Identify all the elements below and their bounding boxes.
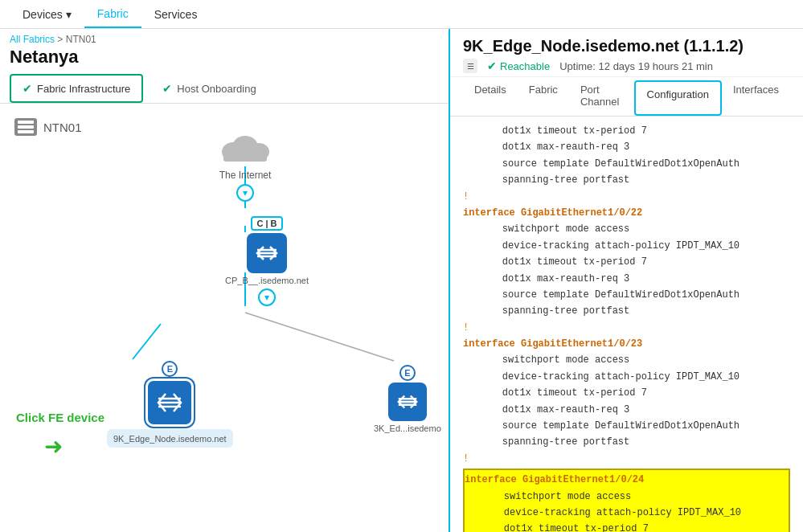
click-fe-arrow: ➜ xyxy=(44,433,63,460)
config-line: dot1x timeout tx-period 7 xyxy=(463,385,790,401)
cloud-label: The Internet xyxy=(219,170,272,181)
small-edge-node[interactable]: E 3K_Ed...isedemo xyxy=(374,365,441,433)
tab-details-label: Details xyxy=(474,84,506,96)
nav-services[interactable]: Services xyxy=(141,2,211,27)
small-edge-badge: E xyxy=(399,365,416,381)
config-line: dot1x timeout tx-period 7 xyxy=(463,123,790,139)
edge-main-label: 9K_Edge_Node.isedemo.net xyxy=(113,434,227,444)
cloud-node: The Internet ▾ xyxy=(217,128,273,202)
config-line-highlighted: dot1x timeout tx-period 7 xyxy=(465,521,789,532)
config-line: device-tracking attach-policy IPDT_MAX_1… xyxy=(463,369,790,385)
config-line: device-tracking attach-policy IPDT_MAX_1… xyxy=(463,238,790,254)
config-line: spanning-tree portfast xyxy=(463,434,790,450)
svg-line-3 xyxy=(133,324,161,359)
main-edge-node[interactable]: E 9K_Edge_Node.isedemo.net xyxy=(107,361,233,448)
breadcrumb: All Fabrics > NTN01 xyxy=(0,29,449,47)
breadcrumb-current: NTN01 xyxy=(66,34,96,45)
svg-rect-6 xyxy=(18,125,34,129)
uptime-label: Uptime: 12 days 19 hours 21 min xyxy=(559,60,713,72)
check-icon: ✔ xyxy=(23,82,32,95)
cloud-expand-button[interactable]: ▾ xyxy=(236,184,254,202)
config-line: ! xyxy=(463,320,790,336)
sub-tab-bar: ✔ Fabric Infrastructure ✔ Host Onboardin… xyxy=(0,74,449,104)
edge-device-icon xyxy=(145,379,194,427)
tab-configuration-label: Configuration xyxy=(647,88,709,100)
nav-fabric-label: Fabric xyxy=(97,7,129,20)
small-edge-device-icon xyxy=(388,383,427,421)
reachable-icon: ✔ xyxy=(487,59,497,72)
config-line: dot1x timeout tx-period 7 xyxy=(463,254,790,270)
config-line: source template DefaultWiredDot1xOpenAut… xyxy=(463,156,790,172)
device-meta-icon: ☰ xyxy=(463,59,477,73)
config-line: interface GigabitEthernet1/0/22 xyxy=(463,205,790,221)
main-content: All Fabrics > NTN01 Netanya ✔ Fabric Inf… xyxy=(0,29,803,532)
cpb-label: CP_B__.isedemo.net xyxy=(225,276,309,285)
fabric-icon xyxy=(14,118,37,136)
tab-port-channel-label: Port Channel xyxy=(580,84,619,108)
left-panel: All Fabrics > NTN01 Netanya ✔ Fabric Inf… xyxy=(0,29,450,532)
config-line: ! xyxy=(463,189,790,205)
config-line: source template DefaultWiredDot1xOpenAut… xyxy=(463,418,790,434)
tab-interfaces[interactable]: Interfaces xyxy=(722,77,790,116)
top-navigation: Devices ▾ Fabric Services xyxy=(0,0,803,29)
tab-fabric[interactable]: Fabric xyxy=(518,77,569,116)
tab-fabric-label: Fabric xyxy=(529,84,558,96)
svg-rect-5 xyxy=(18,121,34,124)
edge-node-label-bg: 9K_Edge_Node.isedemo.net xyxy=(107,429,233,448)
svg-line-4 xyxy=(245,313,394,361)
tab-port-channel[interactable]: Port Channel xyxy=(569,77,634,116)
config-line: switchport mode access xyxy=(463,352,790,368)
fabric-label: NTN01 xyxy=(14,118,82,136)
config-line: dot1x max-reauth-req 3 xyxy=(463,139,790,155)
svg-rect-11 xyxy=(223,150,267,162)
config-content: dot1x timeout tx-period 7 dot1x max-reau… xyxy=(450,117,803,532)
tab-fabric-infrastructure[interactable]: ✔ Fabric Infrastructure xyxy=(10,74,143,103)
reachable-badge: ✔ Reachable xyxy=(487,59,550,72)
chevron-down-icon: ▾ xyxy=(66,8,72,21)
nav-devices-label: Devices xyxy=(23,8,63,21)
config-line-highlighted: device-tracking attach-policy IPDT_MAX_1… xyxy=(465,505,789,521)
config-line: spanning-tree portfast xyxy=(463,303,790,319)
cpb-expand-button[interactable]: ▾ xyxy=(258,289,276,306)
config-line: ! xyxy=(463,451,790,467)
topology-canvas: NTN01 The Internet ▾ C | B xyxy=(0,104,449,532)
nav-services-label: Services xyxy=(154,8,198,21)
tab-host-onboarding[interactable]: ✔ Host Onboarding xyxy=(150,74,268,103)
nav-fabric[interactable]: Fabric xyxy=(84,1,141,28)
right-header: 9K_Edge_Node.isedemo.net (1.1.1.2) ☰ ✔ R… xyxy=(450,29,803,77)
nav-devices[interactable]: Devices ▾ xyxy=(10,2,84,27)
config-line: source template DefaultWiredDot1xOpenAut… xyxy=(463,287,790,303)
fabric-title: Netanya xyxy=(0,47,449,74)
tab-interfaces-label: Interfaces xyxy=(733,84,779,96)
tab-host-onboarding-label: Host Onboarding xyxy=(177,83,256,95)
cpb-node[interactable]: C | B CP_B__.isedemo.net ▾ xyxy=(225,216,309,306)
tab-configuration[interactable]: Configuration xyxy=(634,80,722,116)
small-edge-label: 3K_Ed...isedemo xyxy=(374,424,441,433)
check-icon-2: ✔ xyxy=(162,82,172,95)
config-line: spanning-tree portfast xyxy=(463,172,790,188)
fabric-name-label: NTN01 xyxy=(43,121,82,134)
right-panel: 9K_Edge_Node.isedemo.net (1.1.1.2) ☰ ✔ R… xyxy=(450,29,803,532)
breadcrumb-separator: > xyxy=(57,34,63,45)
config-line: interface GigabitEthernet1/0/23 xyxy=(463,336,790,352)
cpb-device-icon xyxy=(247,233,287,273)
config-line-highlighted: interface GigabitEthernet1/0/24 xyxy=(465,472,789,488)
config-line: switchport mode access xyxy=(463,221,790,237)
config-line: dot1x max-reauth-req 3 xyxy=(463,402,790,418)
breadcrumb-all-fabrics[interactable]: All Fabrics xyxy=(10,34,55,45)
cloud-icon xyxy=(217,128,273,168)
edge-badge: E xyxy=(162,361,178,377)
config-line: dot1x max-reauth-req 3 xyxy=(463,271,790,287)
svg-rect-7 xyxy=(18,130,34,133)
cpb-badge: C | B xyxy=(251,216,282,231)
device-title: 9K_Edge_Node.isedemo.net (1.1.1.2) xyxy=(463,37,790,55)
tab-details[interactable]: Details xyxy=(463,77,518,116)
reachable-label: Reachable xyxy=(500,60,550,72)
click-fe-label: Click FE device xyxy=(16,411,104,424)
tab-fabric-infrastructure-label: Fabric Infrastructure xyxy=(37,83,130,95)
right-tab-bar: Details Fabric Port Channel Configuratio… xyxy=(450,77,803,117)
device-meta: ☰ ✔ Reachable Uptime: 12 days 19 hours 2… xyxy=(463,59,790,73)
config-line-highlighted: switchport mode access xyxy=(465,489,789,505)
highlighted-config-block: interface GigabitEthernet1/0/24 switchpo… xyxy=(463,469,790,532)
